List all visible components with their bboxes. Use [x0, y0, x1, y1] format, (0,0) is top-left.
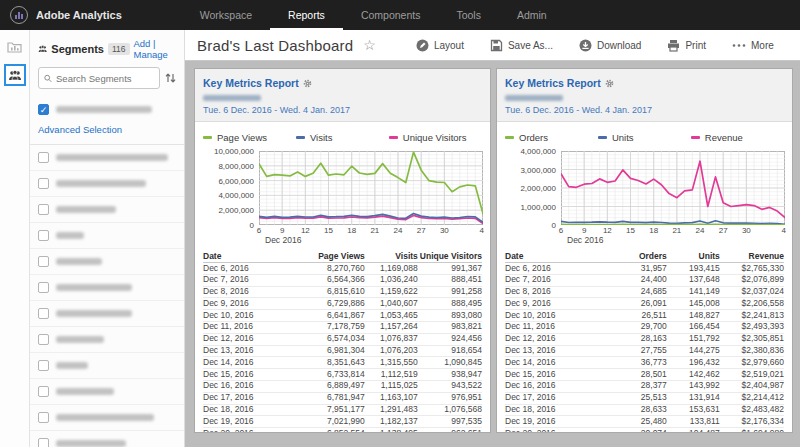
sort-arrows-icon[interactable] [165, 72, 176, 84]
table-row[interactable]: Dec 9, 20166,729,8861,040,607888,495 [203, 298, 482, 310]
table-row[interactable]: Dec 15, 201628,501142,462$2,519,021 [505, 369, 784, 381]
table-row[interactable]: Dec 14, 20168,351,6431,315,5501,090,845 [203, 357, 482, 369]
commerce-line-chart[interactable] [561, 151, 785, 225]
table-row[interactable]: Dec 8, 20166,815,6101,159,622991,258 [203, 286, 482, 298]
table-row[interactable]: Dec 15, 20166,733,8141,112,519938,947 [203, 369, 482, 381]
segment-list-item[interactable] [30, 431, 184, 447]
checkbox-unchecked[interactable] [38, 438, 49, 447]
table-row[interactable]: Dec 19, 201625,480133,811$2,176,334 [505, 416, 784, 428]
segment-list-item[interactable] [30, 327, 184, 353]
traffic-line-chart[interactable] [259, 151, 483, 225]
table-row[interactable]: Dec 17, 201625,513131,914$2,214,412 [505, 392, 784, 404]
table-cell: Dec 6, 2016 [203, 263, 289, 275]
segment-list-item[interactable] [30, 301, 184, 327]
legend-item-visits[interactable]: Visits [296, 132, 389, 143]
panel-settings-gear-icon[interactable] [303, 74, 312, 92]
table-row[interactable]: Dec 7, 201624,400137,648$2,076,899 [505, 274, 784, 286]
table-row[interactable]: Dec 17, 20166,781,9471,163,107976,951 [203, 392, 482, 404]
advanced-selection-link[interactable]: Advanced Selection [30, 122, 184, 145]
checkbox-unchecked[interactable] [38, 308, 49, 319]
table-cell: 137,648 [667, 274, 720, 286]
nav-item-components[interactable]: Components [343, 0, 439, 30]
search-segments-input[interactable] [56, 73, 154, 84]
download-button[interactable]: Download [579, 39, 641, 52]
table-row[interactable]: Dec 6, 201631,957193,415$2,765,330 [505, 263, 784, 275]
checkbox-unchecked[interactable] [38, 256, 49, 267]
segment-list-item[interactable] [30, 249, 184, 275]
table-row[interactable]: Dec 10, 201626,511148,827$2,241,813 [505, 310, 784, 322]
legend-item-orders[interactable]: Orders [505, 132, 598, 143]
segment-list-item[interactable] [30, 197, 184, 223]
checkbox-unchecked[interactable] [38, 178, 49, 189]
segment-list-item[interactable] [30, 405, 184, 431]
panel-title[interactable]: Key Metrics Report [203, 77, 299, 89]
brand[interactable]: Adobe Analytics [10, 6, 122, 24]
segment-list-item[interactable] [30, 171, 184, 197]
segment-list-item[interactable]: ✓ [30, 97, 184, 122]
panel-title[interactable]: Key Metrics Report [505, 77, 601, 89]
checkbox-unchecked[interactable] [38, 412, 49, 423]
add-manage-link[interactable]: Add | Manage [134, 38, 177, 60]
print-button[interactable]: Print [667, 39, 706, 52]
table-row[interactable]: Dec 13, 20166,981,3041,076,203918,654 [203, 345, 482, 357]
layout-button[interactable]: Layout [416, 39, 464, 52]
checkbox-unchecked[interactable] [38, 282, 49, 293]
table-row[interactable]: Dec 16, 20166,889,4971,115,025943,522 [203, 380, 482, 392]
nav-item-admin[interactable]: Admin [499, 0, 565, 30]
checkbox-unchecked[interactable] [38, 386, 49, 397]
table-header-unique-visitors[interactable]: Unique Visitors [418, 250, 482, 263]
table-header-visits[interactable]: Visits [365, 250, 418, 263]
segment-list-item[interactable] [30, 223, 184, 249]
nav-item-tools[interactable]: Tools [438, 0, 499, 30]
segment-list-item[interactable] [30, 145, 184, 171]
table-row[interactable]: Dec 16, 201628,377143,992$2,404,987 [505, 380, 784, 392]
table-cell: Dec 17, 2016 [505, 392, 591, 404]
checkbox-unchecked[interactable] [38, 360, 49, 371]
table-header-orders[interactable]: Orders [591, 250, 666, 263]
table-header-page-views[interactable]: Page Views [289, 250, 364, 263]
legend-item-unique-visitors[interactable]: Unique Visitors [389, 132, 482, 143]
nav-item-reports[interactable]: Reports [270, 0, 343, 30]
table-header-units[interactable]: Units [667, 250, 720, 263]
table-header-date[interactable]: Date [203, 250, 289, 263]
segment-list-item[interactable] [30, 275, 184, 301]
report-panel-commerce: Key Metrics Report Tue. 6 Dec. 2016 - We… [497, 69, 792, 432]
more-button[interactable]: More [732, 39, 774, 52]
table-row[interactable]: Dec 19, 20167,021,9901,182,137997,535 [203, 416, 482, 428]
table-row[interactable]: Dec 10, 20166,641,8671,053,465893,080 [203, 310, 482, 322]
table-row[interactable]: Dec 13, 201627,755144,275$2,380,836 [505, 345, 784, 357]
table-row[interactable]: Dec 20, 201620,074104,487$1,694,980 [505, 428, 784, 432]
table-header-revenue[interactable]: Revenue [720, 250, 784, 263]
table-row[interactable]: Dec 12, 20166,574,0341,076,837924,456 [203, 333, 482, 345]
table-cell: $2,404,987 [720, 380, 784, 392]
checkbox-unchecked[interactable] [38, 152, 49, 163]
table-row[interactable]: Dec 9, 201626,091145,008$2,206,558 [505, 298, 784, 310]
legend-item-page-views[interactable]: Page Views [203, 132, 296, 143]
table-row[interactable]: Dec 14, 201636,773196,432$2,979,660 [505, 357, 784, 369]
table-header-date[interactable]: Date [505, 250, 591, 263]
table-row[interactable]: Dec 11, 201629,700166,454$2,493,393 [505, 321, 784, 333]
save-as-button[interactable]: Save As... [490, 39, 553, 52]
panel-settings-gear-icon[interactable] [605, 74, 614, 92]
checkbox-unchecked[interactable] [38, 230, 49, 241]
segments-rail-button[interactable] [4, 64, 26, 86]
adobe-analytics-logo-icon [10, 6, 28, 24]
table-row[interactable]: Dec 11, 20167,178,7591,157,264983,821 [203, 321, 482, 333]
segment-list-item[interactable] [30, 353, 184, 379]
reports-folder-icon[interactable] [5, 36, 25, 56]
checkbox-unchecked[interactable] [38, 334, 49, 345]
checkbox-unchecked[interactable] [38, 204, 49, 215]
checkbox-checked[interactable]: ✓ [38, 104, 49, 115]
table-row[interactable]: Dec 8, 201624,685141,149$2,037,024 [505, 286, 784, 298]
segment-list-item[interactable] [30, 379, 184, 405]
legend-item-units[interactable]: Units [598, 132, 691, 143]
table-row[interactable]: Dec 18, 201628,633153,631$2,483,482 [505, 404, 784, 416]
legend-item-revenue[interactable]: Revenue [691, 132, 784, 143]
nav-item-workspace[interactable]: Workspace [182, 0, 270, 30]
table-row[interactable]: Dec 20, 20166,852,5541,138,495962,651 [203, 428, 482, 432]
table-row[interactable]: Dec 7, 20166,564,3661,036,240888,451 [203, 274, 482, 286]
favorite-star-icon[interactable]: ☆ [363, 37, 376, 53]
table-row[interactable]: Dec 6, 20168,270,7601,169,088991,367 [203, 263, 482, 275]
table-row[interactable]: Dec 18, 20167,951,1771,291,4831,076,568 [203, 404, 482, 416]
table-row[interactable]: Dec 12, 201628,163151,792$2,305,851 [505, 333, 784, 345]
